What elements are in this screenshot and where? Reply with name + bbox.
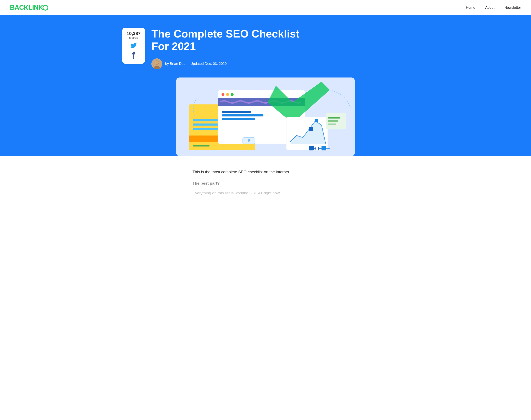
share-box: 10,387 shares [122, 28, 145, 64]
twitter-share-button[interactable] [127, 42, 141, 49]
working-paragraph: Everything on this list is working GREAT… [193, 190, 338, 196]
page-title: The Complete SEO Checklist For 2021 [151, 28, 313, 53]
author-byline: by Brian Dean · Updated Dec. 03, 2020 [165, 62, 227, 66]
svg-rect-27 [328, 120, 338, 122]
intro-paragraph: This is the most complete SEO checklist … [193, 169, 338, 175]
hero-inner: 10,387 shares The Complete SEO Checklist… [151, 28, 380, 156]
nav-about[interactable]: About [485, 6, 494, 10]
svg-rect-23 [309, 127, 313, 131]
logo-text: BACKLINK [10, 4, 43, 11]
hero-image-card: ⛓ [176, 77, 355, 156]
svg-point-3 [155, 61, 159, 64]
main-nav: Home About Newsletter [466, 6, 521, 10]
svg-rect-11 [193, 148, 205, 150]
svg-rect-28 [328, 123, 336, 125]
svg-rect-33 [322, 146, 326, 150]
svg-point-13 [222, 93, 225, 96]
svg-rect-26 [328, 117, 340, 119]
author-avatar [151, 59, 162, 69]
seo-illustration: ⛓ [176, 77, 355, 156]
site-logo[interactable]: BACKLINK [10, 4, 48, 11]
svg-point-15 [231, 93, 234, 96]
svg-rect-8 [193, 128, 222, 130]
svg-rect-31 [309, 146, 314, 150]
svg-rect-18 [222, 114, 263, 117]
svg-rect-6 [193, 119, 218, 121]
svg-rect-17 [222, 111, 251, 113]
share-label: shares [127, 36, 141, 39]
nav-home[interactable]: Home [466, 6, 475, 10]
svg-text:⛓: ⛓ [247, 139, 251, 142]
content-section: This is the most complete SEO checklist … [182, 169, 349, 197]
svg-rect-19 [222, 118, 255, 120]
svg-rect-32 [316, 147, 319, 150]
nav-newsletter[interactable]: Newsletter [504, 6, 521, 10]
hero-section: 10,387 shares The Complete SEO Checklist… [0, 15, 531, 156]
facebook-share-button[interactable] [127, 52, 141, 60]
share-count: 10,387 [127, 31, 141, 36]
best-part-heading: The best part? [193, 181, 338, 186]
svg-rect-10 [193, 145, 209, 147]
logo-o-icon [43, 5, 48, 11]
author-row: by Brian Dean · Updated Dec. 03, 2020 [151, 59, 380, 69]
svg-rect-24 [315, 119, 318, 122]
svg-point-14 [226, 93, 229, 96]
site-header: BACKLINK Home About Newsletter [0, 0, 531, 15]
